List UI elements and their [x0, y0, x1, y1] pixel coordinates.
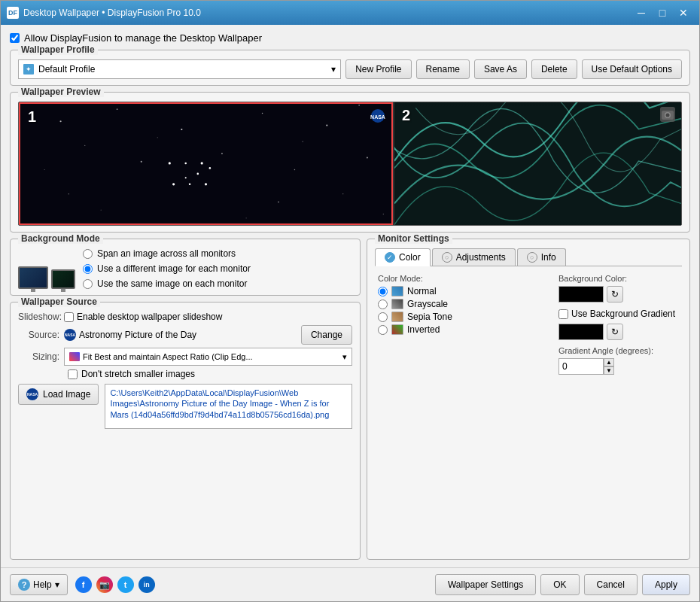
angle-spin-down-button[interactable]: ▼ [604, 366, 614, 375]
colormode-radio-normal[interactable] [378, 287, 388, 296]
window-title: Desktop Wallpaper • DisplayFusion Pro 10… [23, 8, 632, 18]
maximize-button[interactable]: □ [653, 3, 672, 23]
slideshow-checkbox[interactable] [64, 312, 74, 322]
delete-button[interactable]: Delete [531, 59, 577, 79]
gradient-color-refresh-button[interactable]: ↻ [607, 324, 623, 340]
svg-text:NASA: NASA [370, 114, 385, 120]
angle-spin-up-button[interactable]: ▲ [604, 358, 614, 366]
bg-color-refresh-button[interactable]: ↻ [607, 286, 623, 303]
minimize-button[interactable]: ─ [632, 3, 651, 23]
bg-mode-radio-different[interactable] [83, 264, 93, 274]
sizing-value-text: Fit Best and maintain Aspect Ratio (Clip… [83, 352, 253, 361]
instagram-icon[interactable]: 📷 [96, 576, 113, 593]
sizing-dropdown[interactable]: Fit Best and maintain Aspect Ratio (Clip… [64, 348, 352, 366]
profile-current-value: Default Profile [38, 64, 95, 74]
wallpaper-preview-section: Wallpaper Preview 1 NASA [10, 92, 690, 233]
svg-point-29 [245, 217, 246, 218]
manage-checkbox[interactable] [10, 33, 20, 43]
manage-checkbox-row: Allow DisplayFusion to manage the Deskto… [10, 32, 690, 44]
wallpaper-settings-button[interactable]: Wallpaper Settings [435, 574, 536, 595]
profile-dropdown[interactable]: ✦ Default Profile ▾ [18, 59, 341, 79]
tab-adjustments-label: Adjustments [456, 252, 506, 263]
apply-button[interactable]: Apply [642, 574, 690, 595]
load-image-button[interactable]: NASA Load Image [18, 384, 99, 405]
rename-button[interactable]: Rename [416, 59, 470, 79]
window-controls: ─ □ ✕ [632, 3, 693, 23]
cancel-button[interactable]: Cancel [584, 574, 638, 595]
tab-color-check: ✓ [385, 252, 395, 263]
linkedin-icon[interactable]: in [138, 576, 155, 593]
twitter-icon[interactable]: t [117, 576, 134, 593]
stretch-label[interactable]: Don't stretch smaller images [81, 369, 195, 379]
color-mode-grayscale[interactable]: Grayscale [378, 299, 551, 309]
colormode-icon-grayscale [391, 299, 403, 309]
stars-svg [20, 104, 391, 223]
use-default-options-button[interactable]: Use Default Options [582, 59, 682, 79]
svg-point-28 [44, 169, 45, 170]
new-profile-button[interactable]: New Profile [345, 59, 411, 79]
tab-color[interactable]: ✓ Color [375, 248, 431, 266]
bg-mode-span-label: Span an image across all monitors [97, 248, 236, 259]
gradient-label[interactable]: Use Background Gradient [571, 309, 675, 319]
change-source-button[interactable]: Change [301, 325, 352, 345]
bg-mode-radio-span[interactable] [83, 249, 93, 259]
colormode-radio-inverted[interactable] [378, 325, 388, 335]
color-mode-normal[interactable]: Normal [378, 286, 551, 296]
bg-mode-option-span[interactable]: Span an image across all monitors [83, 248, 251, 259]
colormode-radio-sepia[interactable] [378, 312, 388, 322]
background-mode-inner: Span an image across all monitors Use a … [18, 248, 352, 289]
monitor-2-badge [660, 107, 675, 124]
source-label: Source: [18, 330, 59, 340]
color-mode-left: Color Mode: Normal Grayscale [378, 274, 551, 375]
slideshow-checkbox-label[interactable]: Enable desktop wallpaper slideshow [77, 312, 222, 322]
load-image-label: Load Image [43, 389, 90, 400]
tabs-row: ✓ Color ○ Adjustments ○ [375, 248, 682, 266]
gradient-color-swatch[interactable] [558, 324, 604, 340]
gradient-angle-input[interactable] [558, 358, 604, 375]
ok-button[interactable]: OK [540, 574, 579, 595]
monitors-graphic [18, 248, 75, 289]
social-icons-row: f 📷 t in [75, 576, 155, 593]
bg-color-swatch[interactable] [558, 286, 604, 303]
tab-info[interactable]: ○ Info [517, 248, 566, 266]
tab-adjustments[interactable]: ○ Adjustments [432, 248, 516, 266]
monitor-1-number: 1 [28, 108, 36, 126]
stretch-checkbox[interactable] [68, 369, 78, 379]
color-mode-inverted[interactable]: Inverted [378, 324, 551, 335]
close-button[interactable]: ✕ [674, 3, 693, 23]
color-mode-sepia[interactable]: Sepia Tone [378, 312, 551, 322]
monitor-2-preview[interactable]: 2 [394, 102, 681, 225]
app-icon: DF [7, 7, 19, 19]
svg-rect-36 [394, 102, 681, 225]
manage-checkbox-label[interactable]: Allow DisplayFusion to manage the Deskto… [24, 32, 262, 44]
tab-info-checkmark: ○ [530, 254, 534, 261]
tab-color-label: Color [399, 252, 421, 263]
facebook-icon[interactable]: f [75, 576, 92, 593]
gradient-refresh-icon: ↻ [611, 327, 619, 337]
monitor-2-background [394, 102, 681, 225]
monitor-mini-1 [18, 266, 48, 289]
svg-point-35 [666, 114, 670, 117]
save-as-button[interactable]: Save As [474, 59, 527, 79]
colormode-label-grayscale: Grayscale [407, 299, 448, 309]
background-mode-section: Background Mode Span an image across all… [10, 239, 361, 296]
monitor-mini-2 [51, 269, 75, 289]
background-mode-label: Background Mode [18, 233, 103, 244]
bg-mode-option-different[interactable]: Use a different image for each monitor [83, 263, 251, 274]
monitor-1-preview[interactable]: 1 NASA [19, 102, 393, 225]
help-button[interactable]: ? Help ▾ [10, 574, 68, 595]
svg-point-13 [367, 157, 368, 158]
bg-mode-option-same[interactable]: Use the same image on each monitor [83, 278, 251, 289]
color-mode-right: Background Color: ↻ Use Background [558, 274, 679, 375]
dropdown-arrow-icon: ▾ [331, 64, 336, 74]
colormode-radio-grayscale[interactable] [378, 299, 388, 309]
teal-lines-svg [394, 102, 681, 225]
load-image-area: NASA Load Image C:\Users\Keith2\AppData\… [18, 384, 352, 429]
gradient-angle-label: Gradient Angle (degrees): [558, 346, 679, 355]
help-chevron-icon: ▾ [55, 579, 59, 590]
svg-point-17 [209, 167, 212, 169]
gradient-checkbox[interactable] [558, 309, 568, 319]
tab-info-check: ○ [527, 252, 537, 263]
wallpaper-source-label: Wallpaper Source [18, 296, 100, 307]
bg-mode-radio-same[interactable] [83, 279, 93, 289]
